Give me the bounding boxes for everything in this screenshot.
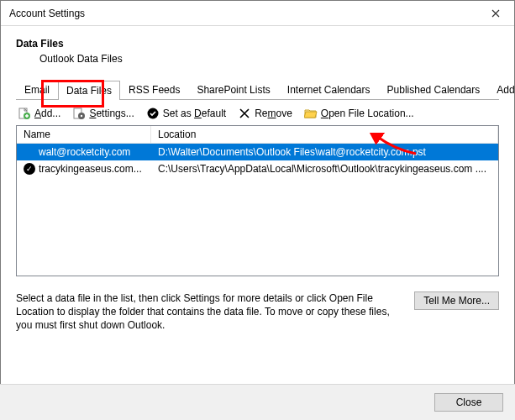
settings-file-icon [72,107,86,120]
help-text: Select a data file in the list, then cli… [16,291,404,333]
window-title: Account Settings [9,8,85,19]
close-icon [491,9,500,18]
column-header-name[interactable]: Name [17,126,151,143]
table-row[interactable]: ✓ tracykingeaseus.com... C:\Users\Tracy\… [17,160,498,177]
tab-sharepoint-lists[interactable]: SharePoint Lists [188,80,278,99]
tab-rss-feeds[interactable]: RSS Feeds [120,80,188,99]
row-location: D:\Walter\Documents\Outlook Files\walt@r… [151,145,498,159]
tab-published-calendars[interactable]: Published Calendars [379,80,489,99]
page-title: Data Files [16,38,499,50]
table-row[interactable]: walt@rocketcity.com D:\Walter\Documents\… [17,144,498,160]
list-header: Name Location [17,126,498,144]
settings-button[interactable]: Settings... [72,107,134,120]
tab-address-books[interactable]: Address Books [488,80,515,99]
remove-icon [238,107,251,120]
row-name: tracykingeaseus.com... [39,163,142,175]
set-default-button[interactable]: Set as Default [146,107,226,120]
toolbar: Add... Settings... Set as Default Remove… [1,100,514,125]
page-subtitle: Outlook Data Files [39,53,499,65]
row-location: C:\Users\Tracy\AppData\Local\Microsoft\O… [151,162,498,176]
close-button[interactable]: Close [434,393,503,412]
add-button[interactable]: Add... [18,107,60,120]
close-window-button[interactable] [476,1,514,26]
tell-me-more-button[interactable]: Tell Me More... [414,291,499,310]
dialog-footer: Close [0,384,515,420]
add-file-icon [18,107,31,120]
folder-open-icon [304,107,318,120]
help-area: Select a data file in the list, then cli… [16,291,499,333]
remove-button[interactable]: Remove [238,107,292,120]
titlebar: Account Settings [1,1,514,26]
tab-data-files[interactable]: Data Files [58,81,120,100]
tab-email[interactable]: Email [16,80,58,99]
tab-internet-calendars[interactable]: Internet Calendars [279,80,379,99]
check-circle-icon [146,107,160,120]
tab-strip: Email Data Files RSS Feeds SharePoint Li… [16,80,499,100]
open-file-location-button[interactable]: Open File Location... [304,107,414,120]
column-header-location[interactable]: Location [151,126,498,143]
svg-point-4 [81,115,82,117]
default-indicator-icon: ✓ [24,163,35,175]
data-files-list: Name Location walt@rocketcity.com D:\Wal… [16,125,499,276]
row-name: walt@rocketcity.com [39,146,130,158]
header-area: Data Files Outlook Data Files [1,26,514,65]
